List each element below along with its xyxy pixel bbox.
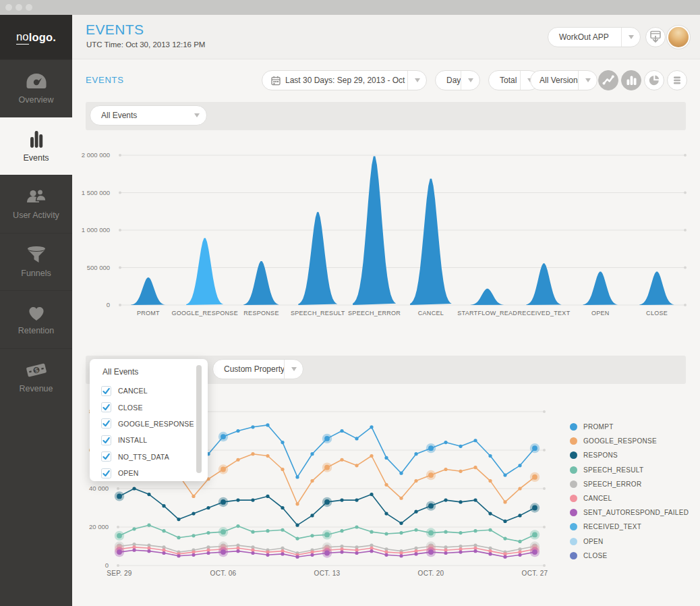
window-dot-icon[interactable] <box>5 4 12 11</box>
chevron-down-icon <box>291 367 297 371</box>
event-option-label: CLOSE <box>118 404 143 412</box>
svg-text:SPEECH_ERROR: SPEECH_ERROR <box>348 310 401 316</box>
dropdown-scrollbar[interactable] <box>196 365 202 473</box>
events-dropdown-panel: All Events CANCELCLOSEGOOGLE_RESPONSEINS… <box>90 359 208 481</box>
event-option-open[interactable]: OPEN <box>90 465 208 481</box>
svg-text:GOOGLE_RESPONSE: GOOGLE_RESPONSE <box>171 310 238 316</box>
svg-text:0: 0 <box>107 301 110 308</box>
sidebar-nav: OverviewEventsUser ActivityFunnelsRetent… <box>0 59 72 406</box>
legend-label: SPEECH_ERROR <box>583 480 641 488</box>
svg-text:0: 0 <box>105 561 109 569</box>
event-option-cancel[interactable]: CANCEL <box>90 383 208 399</box>
list-icon <box>668 71 687 90</box>
user-avatar[interactable] <box>668 27 689 47</box>
granularity-arrow[interactable] <box>461 71 479 90</box>
checkbox-checked[interactable] <box>101 418 111 429</box>
svg-text:PROMT: PROMT <box>137 310 160 316</box>
all-events-value: All Events <box>90 111 187 120</box>
svg-text:STARTFLOW_READ: STARTFLOW_READ <box>457 310 517 316</box>
legend-dot-icon <box>570 480 577 488</box>
event-volume-chart: 0500 0001 000 0001 500 0002 000 000PROMT… <box>72 132 700 328</box>
checkbox-checked[interactable] <box>101 402 111 412</box>
view-pie-button[interactable] <box>644 70 664 90</box>
all-events-dropdown[interactable]: All Events <box>90 105 207 126</box>
checkbox-checked[interactable] <box>101 386 111 396</box>
checkmark-icon <box>102 419 111 428</box>
sidebar-item-overview[interactable]: Overview <box>0 59 72 117</box>
legend-item-prompt: PROMPT <box>570 420 698 434</box>
versions-arrow[interactable] <box>578 71 597 90</box>
checkbox-checked[interactable] <box>101 468 111 478</box>
download-window-icon <box>646 28 665 47</box>
svg-text:CLOSE: CLOSE <box>646 310 668 316</box>
custom-property-dropdown[interactable]: Custom Property <box>212 359 303 379</box>
sidebar-item-revenue[interactable]: $Revenue <box>0 348 72 406</box>
chart-legend: PROMPTGOOGLE_RESPONSERESPONSSPEECH_RESUL… <box>570 420 698 563</box>
event-option-no_tts_data[interactable]: NO_TTS_DATA <box>90 449 208 465</box>
export-button[interactable] <box>645 27 666 47</box>
event-option-close[interactable]: CLOSE <box>90 399 208 415</box>
svg-text:20 000: 20 000 <box>89 523 109 530</box>
date-range-dropdown[interactable]: Last 30 Days: Sep 29, 2013 - Oct 27, 201… <box>262 70 427 90</box>
svg-text:RECEIVED_TEXT: RECEIVED_TEXT <box>518 310 571 316</box>
legend-dot-icon <box>570 466 577 474</box>
app-window: nologo. OverviewEventsUser ActivityFunne… <box>0 0 700 606</box>
window-titlebar <box>0 0 700 15</box>
versions-value: All Versions <box>531 76 578 85</box>
legend-dot-icon <box>570 495 577 502</box>
sidebar-item-user-activity[interactable]: User Activity <box>0 175 72 233</box>
date-range-arrow[interactable] <box>407 71 426 90</box>
section-title: EVENTS <box>86 75 124 85</box>
checkmark-icon <box>102 469 111 478</box>
legend-label: RESPONS <box>583 451 618 459</box>
users-icon <box>23 188 50 206</box>
svg-text:OCT. 27: OCT. 27 <box>522 570 548 577</box>
custom-property-value: Custom Property <box>213 364 284 374</box>
window-dot-icon[interactable] <box>26 4 32 11</box>
legend-dot-icon <box>570 437 577 445</box>
legend-item-cancel: CANCEL <box>570 491 698 505</box>
sidebar-item-events[interactable]: Events <box>0 117 72 175</box>
view-list-button[interactable] <box>667 70 687 90</box>
checkbox-checked[interactable] <box>101 435 111 445</box>
all-events-arrow[interactable] <box>187 106 206 125</box>
metric-value: Total <box>489 76 520 85</box>
view-trend-line-button[interactable] <box>598 70 618 90</box>
legend-label: OPEN <box>583 538 604 545</box>
chevron-down-icon <box>415 78 420 82</box>
sidebar-item-retention[interactable]: Retention <box>0 290 72 348</box>
events-dropdown-title: All Events <box>90 367 208 377</box>
checkbox-checked[interactable] <box>101 451 111 462</box>
logo[interactable]: nologo. <box>0 15 72 59</box>
app-selector-arrow[interactable] <box>621 28 640 47</box>
events-option-list: CANCELCLOSEGOOGLE_RESPONSEINSTALLNO_TTS_… <box>90 383 208 481</box>
calendar-icon <box>271 76 281 86</box>
sidebar-item-label: Revenue <box>19 384 53 393</box>
view-bars-button[interactable] <box>621 70 641 90</box>
legend-dot-icon <box>570 509 577 516</box>
chevron-down-icon <box>629 35 634 39</box>
granularity-dropdown[interactable]: Day <box>435 70 480 90</box>
dollar-icon: $ <box>23 361 50 379</box>
window-dot-icon[interactable] <box>16 4 22 11</box>
funnel-icon <box>23 246 50 264</box>
app-selector[interactable]: WorkOut APP <box>548 27 641 47</box>
svg-text:OCT. 13: OCT. 13 <box>314 570 341 577</box>
legend-item-open: OPEN <box>570 534 698 549</box>
svg-text:500 000: 500 000 <box>87 264 110 271</box>
checkmark-icon <box>102 403 111 412</box>
pie-icon <box>645 71 664 90</box>
versions-dropdown[interactable]: All Versions <box>530 70 597 90</box>
sidebar-item-label: Events <box>23 153 49 163</box>
svg-text:1 000 000: 1 000 000 <box>82 226 110 233</box>
event-filter-band: All Events <box>86 102 686 130</box>
event-option-google_response[interactable]: GOOGLE_RESPONSE <box>90 416 208 432</box>
custom-property-arrow[interactable] <box>284 360 303 379</box>
sidebar-item-label: Funnels <box>21 269 51 278</box>
trend-line-icon <box>599 71 618 90</box>
legend-label: SENT_AUTORESPOND_FAILED <box>583 509 689 516</box>
legend-dot-icon <box>570 451 577 459</box>
event-option-install[interactable]: INSTALL <box>90 432 208 448</box>
sidebar-item-funnels[interactable]: Funnels <box>0 233 72 291</box>
legend-label: CANCEL <box>583 495 612 502</box>
